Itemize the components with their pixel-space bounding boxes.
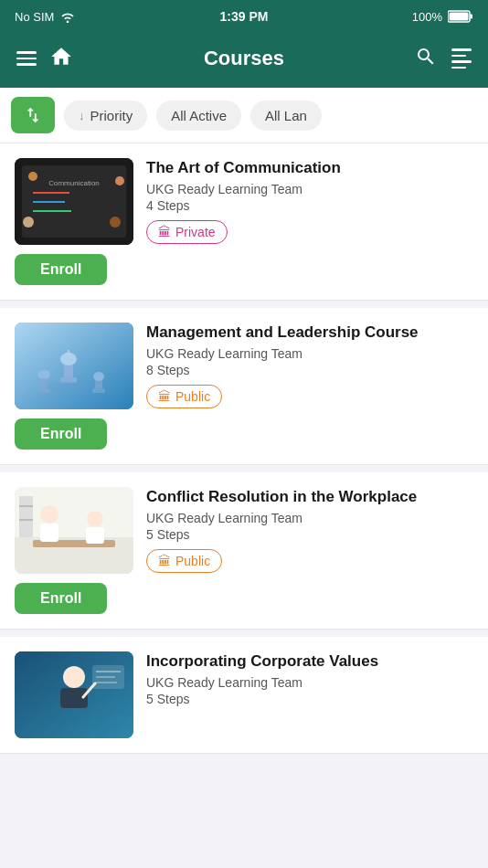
course-team: UKG Ready Learning Team	[146, 675, 473, 690]
course-card: Communication The Art of Communication U…	[0, 143, 488, 301]
course-thumbnail	[15, 487, 133, 574]
badge-building-icon: 🏛	[158, 225, 171, 239]
course-card: Incorporating Corporate Values UKG Ready…	[0, 637, 488, 754]
course-info: The Art of Communication UKG Ready Learn…	[146, 158, 473, 244]
status-time: 1:39 PM	[220, 9, 269, 24]
header-left	[16, 45, 73, 72]
sort-icon	[23, 105, 43, 125]
course-title: Management and Leadership Course	[146, 323, 473, 343]
badge-label: Public	[175, 389, 210, 404]
svg-point-21	[37, 370, 50, 379]
priority-filter[interactable]: ↓ Priority	[64, 101, 147, 131]
course-badge-private: 🏛 Private	[146, 220, 228, 244]
communication-thumbnail-image: Communication	[15, 158, 133, 245]
battery-icon	[448, 10, 473, 23]
course-title: Incorporating Corporate Values	[146, 651, 473, 672]
wifi-icon	[59, 10, 76, 23]
all-lang-filter[interactable]: All Lan	[250, 101, 322, 131]
status-carrier: No SIM	[15, 10, 76, 24]
svg-rect-22	[92, 388, 105, 393]
corporate-thumbnail-image	[15, 651, 133, 738]
svg-rect-1	[449, 13, 468, 21]
enroll-button[interactable]: Enroll	[15, 254, 107, 285]
svg-rect-18	[68, 350, 69, 355]
svg-point-29	[40, 505, 58, 524]
app-header: Courses	[0, 33, 488, 88]
priority-arrow: ↓	[79, 109, 85, 122]
course-badge-public: 🏛 Public	[146, 385, 222, 408]
course-card: Management and Leadership Course UKG Rea…	[0, 308, 488, 465]
course-steps: 5 Steps	[146, 692, 473, 706]
badge-building-icon: 🏛	[158, 554, 171, 568]
filter-bar: ↓ Priority All Active All Lan	[0, 88, 488, 143]
svg-point-11	[110, 217, 121, 228]
svg-rect-2	[470, 15, 472, 19]
course-title: The Art of Communication	[146, 158, 473, 178]
leadership-thumbnail-image	[15, 323, 133, 409]
svg-rect-34	[19, 505, 33, 507]
conflict-thumbnail-image	[15, 487, 133, 574]
page-title: Courses	[73, 47, 415, 70]
battery-label: 100%	[412, 10, 442, 24]
enroll-button[interactable]: Enroll	[15, 418, 107, 450]
svg-rect-13	[15, 323, 133, 409]
list-view-button[interactable]	[451, 48, 472, 69]
priority-label: Priority	[90, 108, 133, 123]
all-lang-label: All Lan	[265, 108, 307, 123]
course-card: Conflict Resolution in the Workplace UKG…	[0, 472, 488, 630]
course-steps: 4 Steps	[146, 198, 473, 213]
all-active-filter[interactable]: All Active	[156, 101, 241, 131]
search-button[interactable]	[415, 46, 437, 71]
svg-point-9	[23, 217, 34, 228]
svg-point-37	[63, 666, 85, 688]
home-button[interactable]	[49, 45, 73, 72]
svg-point-12	[28, 172, 37, 181]
course-team: UKG Ready Learning Team	[146, 511, 473, 525]
svg-point-25	[46, 381, 91, 392]
svg-point-24	[93, 372, 104, 381]
course-badge-public: 🏛 Public	[146, 549, 222, 573]
badge-label: Private	[175, 225, 216, 239]
course-info: Conflict Resolution in the Workplace UKG…	[146, 487, 473, 573]
home-icon	[49, 45, 73, 69]
badge-label: Public	[175, 554, 210, 568]
enroll-button[interactable]: Enroll	[15, 583, 107, 614]
course-thumbnail	[15, 323, 133, 409]
course-steps: 8 Steps	[146, 363, 473, 377]
course-list: Communication The Art of Communication U…	[0, 143, 488, 754]
all-active-label: All Active	[171, 108, 227, 123]
menu-button[interactable]	[16, 51, 37, 66]
carrier-label: No SIM	[15, 10, 54, 24]
svg-text:Communication: Communication	[48, 179, 100, 187]
course-team: UKG Ready Learning Team	[146, 346, 473, 361]
course-actions: Enroll	[15, 254, 473, 285]
status-battery: 100%	[412, 10, 473, 24]
course-actions: Enroll	[15, 583, 473, 614]
svg-rect-35	[19, 519, 33, 521]
course-info: Incorporating Corporate Values UKG Ready…	[146, 651, 473, 714]
course-actions: Enroll	[15, 418, 473, 450]
svg-rect-32	[86, 527, 104, 544]
badge-building-icon: 🏛	[158, 389, 171, 404]
course-title: Conflict Resolution in the Workplace	[146, 487, 473, 507]
course-team: UKG Ready Learning Team	[146, 182, 473, 196]
search-icon	[415, 46, 437, 68]
header-right	[415, 46, 472, 71]
course-steps: 5 Steps	[146, 527, 473, 542]
course-info: Management and Leadership Course UKG Rea…	[146, 323, 473, 408]
svg-point-10	[115, 176, 124, 185]
svg-point-31	[87, 511, 103, 527]
svg-rect-33	[19, 496, 33, 537]
course-thumbnail	[15, 651, 133, 738]
course-thumbnail: Communication	[15, 158, 133, 245]
sort-button[interactable]	[11, 97, 55, 133]
svg-rect-30	[40, 524, 58, 542]
status-bar: No SIM 1:39 PM 100%	[0, 0, 488, 33]
